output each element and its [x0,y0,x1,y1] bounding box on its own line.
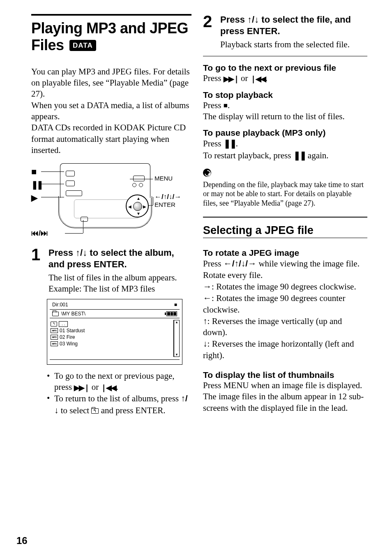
page-number: 16 [16,535,28,546]
text: : Reverses the image horizontally (left … [203,339,354,360]
callout-play: ▶ [31,193,37,203]
callout-skip: ⏮/⏭ [31,229,48,238]
file-name: 03 Wing [60,341,78,347]
text: \MY BEST\ [61,311,85,317]
text: To restart playback, press [203,150,293,160]
body-next-prev: Press ▶▶❘ or ❘◀◀. [203,73,367,84]
arrow-left-icon: ← [203,293,212,303]
body-thumbnails: Press MENU when an image file is display… [203,380,367,414]
list-item: MP303 Wing [51,340,172,347]
text: . [236,139,238,148]
osd-dir: Dir:001 [52,302,68,308]
osd-screen: Dir:001 ■ \MY BEST\ ↰. . MP301 Stardust … [47,299,182,365]
arrow-all-icon: ←/↑/↓/→ [224,259,257,268]
leader-line [153,197,153,205]
scroll-down-icon: ▼ [175,353,178,357]
skip-back-icon: ❘◀◀ [250,74,265,84]
text: Press [203,73,224,83]
parent-dir: . . [59,321,68,327]
remote-menu-button [133,176,145,181]
heading-rotate: To rotate a JPEG image [203,248,367,258]
pause-icon: ❚❚ [293,150,306,160]
bullet-item: • To go to the next or previous page, pr… [47,370,191,393]
text: or [239,73,250,83]
file-name: 01 Stardust [60,328,85,333]
remote-pause-button [66,181,75,186]
heading-next-prev: To go to the next or previous file [203,63,367,73]
heading-thumbnails: To display the list of thumbnails [203,370,367,380]
arrow-up-down-icon: ↑/↓ [247,14,259,25]
step-1-body: The list of files in the album appears. … [48,272,191,295]
title-line-2: Files [31,37,64,53]
text: Press [203,139,224,148]
osd-path: \MY BEST\ [52,311,85,317]
step-1-bullets: • To go to the next or previous page, pr… [47,370,191,416]
skip-forward-icon: ▶▶❘ [224,74,239,84]
leader-line [65,233,83,234]
mp3-icon: MP3 [51,341,58,346]
body-rotate: Press ←/↑/↓/→ while viewing the image fi… [203,258,367,361]
text: The display will return to the list of f… [203,111,345,121]
file-name: 02 Fire [60,334,75,340]
body-stop: Press ■. The display will return to the … [203,100,367,123]
skip-back-icon: ❘◀◀ [101,383,116,393]
remote-play-button [66,190,82,196]
stop-icon: ■ [224,101,228,110]
section-underline [203,238,367,238]
divider [203,56,367,56]
text: . [265,73,267,83]
callout-enter: ENTER [154,201,175,208]
stop-icon: ■ [174,302,177,308]
osd-scrollbar: ▲ ▼ [174,320,180,357]
callout-arrows: ←/↑/↓/→ [154,193,181,201]
step-number: 2 [203,14,220,50]
arrow-down-icon: ↓ [203,339,208,348]
list-item: MP302 Fire [51,334,172,340]
heading-pause: To pause playback (MP3 only) [203,128,367,138]
text: . [228,100,230,110]
text: Press [203,259,224,269]
remote-diagram: ■ ❚❚ ▶ ⏮/⏭ MENU ←/↑/↓/→ ENTER [31,163,191,237]
battery-icon [165,311,177,316]
text: : Rotates the image 90 degrees counter c… [203,293,345,314]
callout-menu: MENU [154,175,173,182]
text: and press ENTER. [99,405,165,415]
heading-stop: To stop playback [203,90,367,100]
arrow-up-icon: ↑ [203,316,208,326]
text: : Rotates the image 90 degrees clockwise… [212,282,356,292]
page-title: Playing MP3 and JPEG Files DATA [31,20,191,54]
bullet-item: • To return to the list of albums, press… [47,393,191,416]
pause-icon: ❚❚ [224,139,236,148]
manual-page: Playing MP3 and JPEG Files DATA You can … [0,0,392,558]
text: to select [59,405,92,415]
text: Press [220,14,247,25]
data-badge: DATA [69,40,96,51]
osd-file-list: ↰. . MP301 Stardust MP302 Fire MP303 Win… [50,320,174,357]
scroll-up-icon: ▲ [175,320,178,324]
text: Press [48,248,76,258]
folder-icon [52,312,59,316]
remote-skip-button [81,217,88,222]
skip-forward-icon: ▶▶❘ [74,383,89,393]
mp3-icon: MP3 [51,328,58,333]
arrow-up-down-icon: ↑/↓ [76,248,87,258]
mp3-icon: MP3 [51,335,58,340]
intro-paragraph: You can play MP3 and JPEG files. For det… [31,66,191,156]
text: or [89,382,101,392]
body-pause: Press ❚❚. To restart playback, press ❚❚ … [203,138,367,161]
up-folder-icon [91,408,99,414]
step-1: 1 Press ↑/↓ to select the album, and pre… [31,247,191,295]
list-item: ↰. . [51,321,172,327]
callout-pause: ❚❚ [31,180,42,190]
title-line-1: Playing MP3 and JPEG [31,20,188,37]
text: . [116,382,118,392]
text: Press [203,100,224,110]
arrow-right-icon: → [203,282,212,291]
step-2-title: Press ↑/↓ to select the file, and press … [220,14,367,37]
step-1-title: Press ↑/↓ to select the album, and press… [48,247,191,270]
text: : Reverses the image vertically (up and … [203,316,342,337]
list-item: MP301 Stardust [51,327,172,334]
remote-body: ▲▼ ◀▶ [60,163,150,229]
note-text: Depending on the file, playback may take… [203,180,367,208]
text: To return to the list of albums, press [54,394,181,403]
